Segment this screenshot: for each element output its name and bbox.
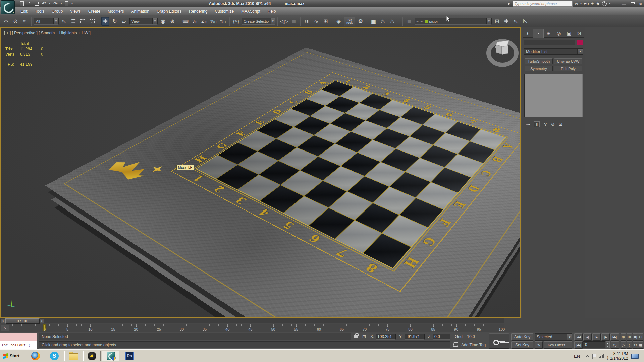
menu-create[interactable]: Create: [85, 8, 104, 15]
close-button[interactable]: ×: [639, 1, 642, 7]
zoom-extents-icon[interactable]: ▣: [633, 333, 638, 341]
spinner-snap-icon[interactable]: ⇅∩: [219, 17, 227, 26]
chevron-down-icon[interactable]: ▼: [486, 18, 491, 24]
menu-edit[interactable]: Edit: [17, 8, 31, 15]
menu-customize[interactable]: Customize: [211, 8, 237, 15]
viewcube[interactable]: [484, 33, 521, 70]
align-icon[interactable]: ≣: [290, 17, 298, 26]
x-coord-field[interactable]: 103.251: [376, 334, 396, 340]
taskbar-photoshop-button[interactable]: Ps: [121, 351, 138, 361]
key-mode-toggle-button[interactable]: |◀▶|: [574, 341, 583, 349]
z-coord-field[interactable]: 0.0: [433, 334, 450, 340]
material-editor-icon[interactable]: ◈: [335, 17, 343, 26]
utilities-tab[interactable]: ⊠: [574, 29, 584, 38]
modify-tab[interactable]: ◔: [533, 29, 543, 38]
curve-editor-icon[interactable]: ∿: [312, 17, 320, 26]
mini-curve-editor-button[interactable]: ∿: [1, 325, 9, 331]
spinner-down-icon[interactable]: ▼: [606, 345, 610, 349]
viewcube-left-face[interactable]: [496, 45, 502, 54]
render-iterative-icon[interactable]: ♨: [388, 17, 396, 26]
chevron-down-icon[interactable]: ▼: [577, 49, 583, 54]
infocenter-search-input[interactable]: [513, 1, 573, 7]
chevron-down-icon[interactable]: ▼: [53, 18, 58, 24]
render-setup-icon[interactable]: ⚙: [357, 17, 365, 26]
orbit-icon[interactable]: ↻: [633, 341, 638, 349]
menu-maxscript[interactable]: MAXScript: [237, 8, 264, 15]
menu-rendering[interactable]: Rendering: [185, 8, 211, 15]
use-pivot-point-center-icon[interactable]: ◉: [159, 17, 167, 26]
taskbar-3dsmax-button[interactable]: [102, 351, 119, 361]
set-key-button[interactable]: Set Key: [511, 341, 533, 349]
maximize-viewport-toggle-icon[interactable]: ▦: [638, 341, 643, 349]
taskbar-explorer-button[interactable]: [64, 351, 82, 361]
search-binoculars-icon[interactable]: ∞: [575, 1, 578, 6]
motion-tab[interactable]: ◎: [554, 29, 564, 38]
layer-manager-icon[interactable]: ≋: [303, 17, 311, 26]
go-to-start-button[interactable]: |◀◀: [574, 333, 583, 341]
communication-center-icon[interactable]: ⌖: [591, 1, 594, 6]
snap-toggle-3d-icon[interactable]: 3∩: [191, 17, 199, 26]
default-tangents-icon[interactable]: ∿: [535, 341, 543, 349]
rectangular-selection-region-icon[interactable]: [79, 17, 87, 26]
edit-named-selection-sets-icon[interactable]: {✎}: [232, 17, 240, 26]
schematic-view-icon[interactable]: ⊞: [322, 17, 330, 26]
keyboard-shortcut-override-icon[interactable]: ⌨: [181, 17, 190, 26]
maxscript-listener-pane[interactable]: The rollout (: [0, 341, 37, 349]
network-signal-icon[interactable]: [599, 354, 604, 358]
next-frame-arrow[interactable]: >: [40, 319, 44, 323]
select-and-rotate-icon[interactable]: ↻: [111, 17, 119, 26]
perspective-viewport[interactable]: 12345678 12345678 ABCDEFGH ABCDEFGH [ + …: [0, 27, 521, 318]
modifier-button-edit-poly[interactable]: Edit Poly: [554, 66, 582, 71]
auto-key-button[interactable]: Auto Key: [511, 333, 533, 341]
subscription-key-icon[interactable]: ⌐o: [584, 1, 589, 6]
percent-snap-icon[interactable]: %∩: [210, 17, 218, 26]
action-center-flag-icon[interactable]: [592, 354, 596, 359]
minimize-button[interactable]: —: [622, 1, 626, 6]
key-mode-dropdown[interactable]: Selected ▼: [535, 333, 572, 341]
key-filters-button[interactable]: Key Filters...: [544, 341, 572, 349]
help-dropdown-icon[interactable]: ▾: [609, 2, 610, 5]
taskbar-dap-button[interactable]: [83, 351, 101, 361]
search-options-dropdown-icon[interactable]: ▾: [580, 2, 582, 5]
select-by-name-icon[interactable]: ☰: [69, 17, 77, 26]
reference-coordinate-system-dropdown[interactable]: View ▼: [129, 18, 158, 25]
spinner-up-icon[interactable]: ▲: [606, 341, 610, 345]
angle-snap-icon[interactable]: ∠∩: [200, 17, 208, 26]
layer-dropdown[interactable]: ‒ ‒ picior ▼: [415, 18, 492, 25]
modifier-button-turbosmooth[interactable]: TurboSmooth: [525, 58, 553, 64]
play-button[interactable]: ▶: [592, 333, 601, 341]
time-tag-icon[interactable]: [453, 342, 458, 347]
zoom-extents-all-icon[interactable]: ⊡: [638, 333, 643, 341]
chevron-down-icon[interactable]: ▼: [567, 334, 572, 340]
selection-filter-dropdown[interactable]: All ▼: [34, 18, 59, 25]
display-tab[interactable]: ▣: [564, 29, 574, 38]
make-unique-icon[interactable]: ⋎: [544, 122, 547, 127]
time-slider-track[interactable]: < 0 / 100 >: [0, 318, 504, 323]
next-frame-button[interactable]: ||▶: [601, 333, 610, 341]
pan-icon[interactable]: ⊹: [627, 341, 632, 349]
hierarchy-tab[interactable]: ⊞: [544, 29, 554, 38]
add-time-tag-label[interactable]: Add Time Tag: [461, 343, 486, 347]
render-production-icon[interactable]: ♨: [379, 17, 387, 26]
set-current-layer-icon[interactable]: ⇱: [521, 17, 529, 26]
modifier-stack-list[interactable]: [524, 74, 583, 117]
pin-stack-icon[interactable]: ⊶: [526, 122, 530, 127]
select-and-scale-icon[interactable]: ▱: [120, 17, 128, 26]
add-selection-to-layer-icon[interactable]: ✚: [502, 17, 511, 26]
create-tab[interactable]: ∗: [523, 29, 533, 38]
modifier-list-dropdown[interactable]: Modifier List ▼: [524, 48, 583, 55]
application-menu-button[interactable]: [1, 0, 15, 14]
window-crossing-toggle-icon[interactable]: [88, 17, 96, 26]
language-indicator[interactable]: EN: [574, 354, 580, 359]
menu-modifiers[interactable]: Modifiers: [104, 8, 128, 15]
absolute-offset-mode-icon[interactable]: ⊡: [362, 334, 366, 339]
viewport-label[interactable]: [ + ] [ Perspective ] [ Smooth + Highlig…: [4, 31, 91, 35]
set-keys-button[interactable]: [489, 333, 509, 349]
chevron-down-icon[interactable]: ▼: [152, 18, 157, 24]
zoom-icon[interactable]: ⊕: [621, 333, 626, 341]
select-objects-in-layer-icon[interactable]: ↖: [512, 17, 520, 26]
start-button[interactable]: Start: [1, 351, 22, 361]
time-slider-handle[interactable]: 0 / 100: [5, 318, 40, 324]
previous-frame-arrow[interactable]: <: [1, 319, 5, 323]
taskbar-skype-button[interactable]: S: [46, 351, 63, 361]
